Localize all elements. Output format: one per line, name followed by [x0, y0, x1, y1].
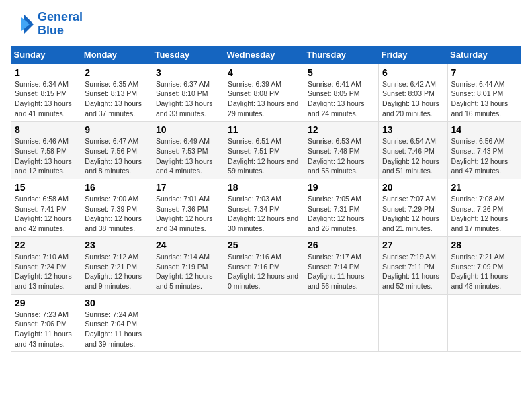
logo-icon: [11, 12, 35, 36]
day-info: Sunrise: 7:03 AMSunset: 7:34 PMDaylight:…: [228, 194, 300, 234]
day-info: Sunrise: 6:51 AMSunset: 7:51 PMDaylight:…: [228, 136, 300, 176]
day-cell: 7Sunrise: 6:44 AMSunset: 8:01 PMDaylight…: [447, 64, 521, 122]
day-number: 6: [382, 67, 444, 78]
day-cell: 26Sunrise: 7:17 AMSunset: 7:14 PMDayligh…: [304, 236, 378, 294]
day-cell: [224, 294, 304, 352]
col-friday: Friday: [379, 46, 448, 64]
week-row-2: 8Sunrise: 6:46 AMSunset: 7:58 PMDaylight…: [11, 122, 521, 179]
day-number: 29: [15, 298, 77, 308]
day-cell: 10Sunrise: 6:49 AMSunset: 7:53 PMDayligh…: [152, 122, 224, 179]
day-cell: 27Sunrise: 7:19 AMSunset: 7:11 PMDayligh…: [379, 236, 448, 294]
day-cell: 15Sunrise: 6:58 AMSunset: 7:41 PMDayligh…: [11, 179, 81, 237]
day-info: Sunrise: 6:39 AMSunset: 8:08 PMDaylight:…: [228, 79, 300, 119]
day-cell: 19Sunrise: 7:05 AMSunset: 7:31 PMDayligh…: [304, 179, 378, 237]
week-row-3: 15Sunrise: 6:58 AMSunset: 7:41 PMDayligh…: [11, 179, 521, 237]
day-number: 13: [382, 124, 444, 135]
day-number: 26: [308, 240, 375, 250]
day-cell: 16Sunrise: 7:00 AMSunset: 7:39 PMDayligh…: [81, 179, 152, 237]
day-cell: 4Sunrise: 6:39 AMSunset: 8:08 PMDaylight…: [224, 64, 304, 122]
day-info: Sunrise: 6:58 AMSunset: 7:41 PMDaylight:…: [15, 194, 77, 234]
day-info: Sunrise: 6:53 AMSunset: 7:48 PMDaylight:…: [308, 136, 375, 176]
day-cell: 28Sunrise: 7:21 AMSunset: 7:09 PMDayligh…: [447, 236, 521, 294]
col-monday: Monday: [81, 46, 152, 64]
day-cell: 25Sunrise: 7:16 AMSunset: 7:16 PMDayligh…: [224, 236, 304, 294]
day-cell: 20Sunrise: 7:07 AMSunset: 7:29 PMDayligh…: [379, 179, 448, 237]
day-cell: 21Sunrise: 7:08 AMSunset: 7:26 PMDayligh…: [447, 179, 521, 237]
day-number: 23: [85, 240, 148, 250]
day-info: Sunrise: 6:41 AMSunset: 8:05 PMDaylight:…: [308, 79, 375, 119]
day-number: 3: [156, 67, 220, 78]
day-cell: 3Sunrise: 6:37 AMSunset: 8:10 PMDaylight…: [152, 64, 224, 122]
day-number: 28: [451, 240, 517, 250]
day-cell: 1Sunrise: 6:34 AMSunset: 8:15 PMDaylight…: [11, 64, 81, 122]
day-info: Sunrise: 6:46 AMSunset: 7:58 PMDaylight:…: [15, 136, 77, 176]
day-cell: 17Sunrise: 7:01 AMSunset: 7:36 PMDayligh…: [152, 179, 224, 237]
day-number: 30: [85, 298, 148, 308]
day-info: Sunrise: 6:56 AMSunset: 7:43 PMDaylight:…: [451, 136, 517, 176]
day-cell: 14Sunrise: 6:56 AMSunset: 7:43 PMDayligh…: [447, 122, 521, 179]
col-sunday: Sunday: [11, 46, 81, 64]
calendar-table: Sunday Monday Tuesday Wednesday Thursday…: [11, 46, 521, 353]
day-cell: 12Sunrise: 6:53 AMSunset: 7:48 PMDayligh…: [304, 122, 378, 179]
day-number: 12: [308, 124, 375, 135]
logo-text: General Blue: [38, 11, 83, 38]
logo: General Blue: [11, 11, 83, 38]
day-info: Sunrise: 6:35 AMSunset: 8:13 PMDaylight:…: [85, 79, 148, 119]
day-info: Sunrise: 6:49 AMSunset: 7:53 PMDaylight:…: [156, 136, 220, 176]
day-cell: 8Sunrise: 6:46 AMSunset: 7:58 PMDaylight…: [11, 122, 81, 179]
day-number: 15: [15, 182, 77, 193]
col-saturday: Saturday: [447, 46, 521, 64]
day-number: 22: [15, 240, 77, 250]
week-row-4: 22Sunrise: 7:10 AMSunset: 7:24 PMDayligh…: [11, 236, 521, 294]
header: General Blue: [11, 11, 521, 38]
day-number: 14: [451, 124, 517, 135]
day-info: Sunrise: 7:01 AMSunset: 7:36 PMDaylight:…: [156, 194, 220, 234]
day-number: 10: [156, 124, 220, 135]
day-number: 16: [85, 182, 148, 193]
day-cell: 13Sunrise: 6:54 AMSunset: 7:46 PMDayligh…: [379, 122, 448, 179]
day-info: Sunrise: 7:08 AMSunset: 7:26 PMDaylight:…: [451, 194, 517, 234]
day-info: Sunrise: 7:16 AMSunset: 7:16 PMDaylight:…: [228, 252, 300, 291]
day-info: Sunrise: 6:34 AMSunset: 8:15 PMDaylight:…: [15, 79, 77, 119]
day-info: Sunrise: 7:05 AMSunset: 7:31 PMDaylight:…: [308, 194, 375, 234]
day-cell: 18Sunrise: 7:03 AMSunset: 7:34 PMDayligh…: [224, 179, 304, 237]
day-number: 27: [382, 240, 444, 250]
col-wednesday: Wednesday: [224, 46, 304, 64]
day-number: 19: [308, 182, 375, 193]
day-cell: 2Sunrise: 6:35 AMSunset: 8:13 PMDaylight…: [81, 64, 152, 122]
day-info: Sunrise: 6:42 AMSunset: 8:03 PMDaylight:…: [382, 79, 444, 119]
day-info: Sunrise: 7:17 AMSunset: 7:14 PMDaylight:…: [308, 252, 375, 291]
day-cell: [152, 294, 224, 352]
day-number: 24: [156, 240, 220, 250]
day-number: 11: [228, 124, 300, 135]
day-cell: 29Sunrise: 7:23 AMSunset: 7:06 PMDayligh…: [11, 294, 81, 352]
col-thursday: Thursday: [304, 46, 378, 64]
day-number: 4: [228, 67, 300, 78]
day-number: 1: [15, 67, 77, 78]
day-info: Sunrise: 7:14 AMSunset: 7:19 PMDaylight:…: [156, 252, 220, 291]
day-number: 9: [85, 124, 148, 135]
day-cell: [304, 294, 378, 352]
week-row-5: 29Sunrise: 7:23 AMSunset: 7:06 PMDayligh…: [11, 294, 521, 352]
day-cell: 23Sunrise: 7:12 AMSunset: 7:21 PMDayligh…: [81, 236, 152, 294]
day-info: Sunrise: 7:21 AMSunset: 7:09 PMDaylight:…: [451, 252, 517, 291]
day-cell: 6Sunrise: 6:42 AMSunset: 8:03 PMDaylight…: [379, 64, 448, 122]
day-cell: [379, 294, 448, 352]
day-info: Sunrise: 7:07 AMSunset: 7:29 PMDaylight:…: [382, 194, 444, 234]
day-cell: 5Sunrise: 6:41 AMSunset: 8:05 PMDaylight…: [304, 64, 378, 122]
day-info: Sunrise: 7:24 AMSunset: 7:04 PMDaylight:…: [85, 310, 148, 349]
day-cell: 24Sunrise: 7:14 AMSunset: 7:19 PMDayligh…: [152, 236, 224, 294]
day-number: 2: [85, 67, 148, 78]
col-tuesday: Tuesday: [152, 46, 224, 64]
day-number: 21: [451, 182, 517, 193]
day-number: 20: [382, 182, 444, 193]
day-number: 17: [156, 182, 220, 193]
day-cell: 11Sunrise: 6:51 AMSunset: 7:51 PMDayligh…: [224, 122, 304, 179]
header-row: Sunday Monday Tuesday Wednesday Thursday…: [11, 46, 521, 64]
day-number: 25: [228, 240, 300, 250]
day-number: 8: [15, 124, 77, 135]
day-number: 5: [308, 67, 375, 78]
day-info: Sunrise: 6:47 AMSunset: 7:56 PMDaylight:…: [85, 136, 148, 176]
day-cell: 22Sunrise: 7:10 AMSunset: 7:24 PMDayligh…: [11, 236, 81, 294]
day-info: Sunrise: 7:12 AMSunset: 7:21 PMDaylight:…: [85, 252, 148, 291]
